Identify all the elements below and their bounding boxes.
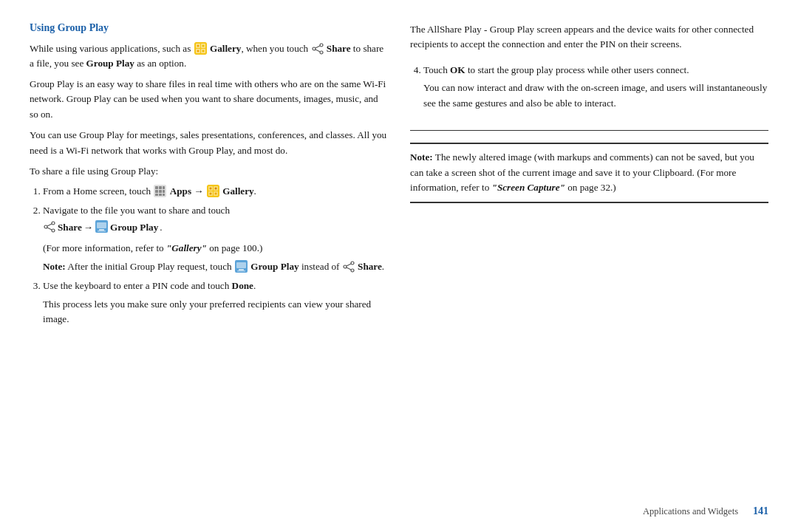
svg-point-33 [52,222,55,225]
svg-point-8 [202,50,204,52]
svg-rect-16 [159,186,162,189]
svg-point-10 [313,47,316,50]
para-1: While using various applications, such a… [30,41,388,72]
steps-list: From a Home screen, touch [43,184,388,332]
svg-point-29 [209,188,211,190]
share-label-3: Share [358,261,382,272]
apps-label: Apps [170,185,191,197]
svg-rect-45 [237,270,245,272]
svg-line-36 [47,224,52,226]
svg-line-12 [316,46,320,48]
svg-rect-43 [236,262,246,268]
svg-rect-44 [239,269,244,270]
svg-rect-20 [163,190,165,193]
svg-rect-15 [155,186,158,189]
list-header: To share a file using Group Play: [30,164,388,179]
step-2-note2: Note: After the initial Group Play reque… [43,259,388,274]
done-label: Done [232,280,253,291]
svg-rect-23 [163,194,165,196]
svg-point-46 [351,262,354,265]
right-para-1: The AllShare Play - Group Play screen ap… [410,22,768,52]
left-column: Using Group Play While using various app… [30,22,388,510]
svg-point-6 [202,45,204,47]
svg-rect-17 [163,186,165,189]
svg-line-49 [347,264,351,266]
step-2-note1: (For more information, refer to "Gallery… [43,241,388,256]
group-play-label-2: Group Play [110,220,158,235]
apps-icon [154,185,166,197]
group-play-label-1: Group Play [86,58,134,69]
svg-rect-18 [155,190,158,193]
ok-label: OK [450,64,466,75]
svg-rect-19 [159,190,162,193]
svg-rect-39 [97,222,106,228]
svg-rect-40 [99,229,104,231]
page-number: 141 [753,505,768,517]
svg-line-13 [316,50,320,52]
share-icon-1 [312,43,324,55]
svg-point-5 [197,45,199,47]
para-2: Group Play is an easy way to share files… [30,77,388,122]
svg-point-35 [52,229,55,232]
svg-point-30 [214,188,216,190]
svg-point-7 [197,50,199,52]
step-2: Navigate to the file you want to share a… [43,203,388,274]
section-title: Using Group Play [30,22,388,34]
step-4-sub: You can now interact and draw with the o… [423,81,768,111]
footer-text: Applications and Widgets [643,506,738,517]
share-label-2: Share [58,220,82,235]
right-column: The AllShare Play - Group Play screen ap… [410,22,768,510]
svg-rect-21 [155,194,158,196]
note-label: Note: [410,151,433,163]
svg-line-37 [47,228,52,230]
step-3-sub: This process lets you make sure only you… [43,297,388,327]
group-play-label-3: Group Play [250,261,299,272]
share-label-1: Share [327,43,351,54]
page-container: Using Group Play While using various app… [0,0,798,532]
share-icon-3 [343,261,355,273]
gallery-icon-1 [194,42,207,55]
svg-point-9 [320,44,323,47]
svg-point-34 [44,225,47,228]
svg-point-47 [344,265,347,268]
svg-point-31 [209,193,211,195]
group-play-icon-2 [235,260,248,273]
divider-1 [410,130,768,131]
svg-point-11 [320,51,323,54]
svg-rect-41 [98,231,106,232]
share-icon-2 [44,221,55,233]
gallery-label-2: Gallery [222,185,253,197]
group-play-icon-1 [95,220,108,233]
svg-point-32 [214,193,216,195]
step-4: Touch OK to start the group play process… [423,63,768,111]
note-section: Note: The newly altered image (with mark… [410,143,768,202]
gallery-icon-2 [207,185,219,197]
screen-capture-ref: "Screen Capture" [492,182,565,193]
svg-point-48 [351,269,354,272]
footer: Applications and Widgets 141 [643,505,768,517]
svg-line-50 [347,267,351,270]
svg-rect-22 [159,194,162,196]
para-3: You can use Group Play for meetings, sal… [30,128,388,158]
step-1: From a Home screen, touch [43,184,388,199]
step-3: Use the keyboard to enter a PIN code and… [43,279,388,327]
gallery-label-1: Gallery [210,43,241,54]
right-steps-list: Touch OK to start the group play process… [423,63,768,115]
